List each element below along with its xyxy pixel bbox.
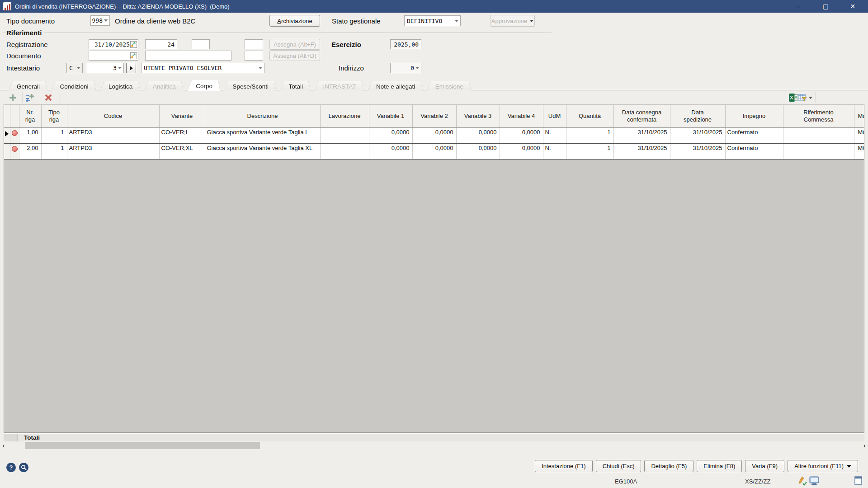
indirizzo-combo[interactable]: 0 [390,63,421,73]
tab-spese-sconti[interactable]: Spese/Sconti [224,81,276,91]
tab-totali[interactable]: Totali [280,81,311,91]
cell-clipped[interactable]: MO [854,143,864,159]
cell-quantita[interactable]: 1 [566,127,613,143]
edit-note-icon[interactable] [798,476,807,487]
col-header-variabile-1[interactable]: Variabile 1 [369,105,412,127]
cell-variabile-4[interactable]: 0,0000 [500,127,543,143]
row-selector-cell[interactable] [4,127,10,143]
cell-nr-riga[interactable]: 2,00 [19,143,41,159]
row-status-cell[interactable] [10,143,19,159]
varia-button[interactable]: Varia (F9) [745,460,784,472]
calendar-icon[interactable] [130,52,137,59]
cell-impegno[interactable]: Confermato [725,127,783,143]
scroll-left-arrow[interactable]: ‹ [0,441,7,450]
col-header-clipped[interactable]: Ma [854,105,864,127]
maximize-button[interactable]: ▢ [816,0,835,13]
horizontal-scrollbar[interactable]: ‹ › [0,441,868,450]
tab-corpo[interactable]: Corpo [187,80,220,91]
archiviazione-button[interactable]: Archiviazione [269,15,320,27]
col-header-data-consegna[interactable]: Data consegna confermata [613,105,670,127]
cell-variabile-1[interactable]: 0,0000 [369,143,412,159]
monitor-icon[interactable] [809,476,820,487]
col-header-lavorazione[interactable]: Lavorazione [320,105,369,127]
search-button[interactable] [19,463,28,472]
cell-variabile-4[interactable]: 0,0000 [500,143,543,159]
documento-extra-field[interactable] [245,51,263,61]
cell-nr-riga[interactable]: 1,00 [19,127,41,143]
grid-filter-icon[interactable] [798,92,812,103]
documento-date-field[interactable] [89,51,138,61]
registrazione-number-field[interactable]: 24 [145,39,177,49]
cell-variante[interactable]: CO-VER;XL [159,143,205,159]
col-header-variabile-3[interactable]: Variabile 3 [456,105,500,127]
cell-data-spedizione[interactable]: 31/10/2025 [670,127,725,143]
col-header-tipo-riga[interactable]: Tipo riga [41,105,67,127]
tab-generali[interactable]: Generali [8,81,47,91]
intestazione-button[interactable]: Intestazione (F1) [535,460,593,472]
tab-emissione[interactable]: Emissione [427,81,471,91]
tab-logistica[interactable]: Logistica [100,81,140,91]
close-button[interactable]: ✕ [844,0,862,13]
cell-variabile-3[interactable]: 0,0000 [456,127,500,143]
documento-number-field[interactable] [145,51,231,61]
cell-riferimento-commessa[interactable] [783,127,854,143]
window-icon[interactable] [854,476,863,486]
cell-data-spedizione[interactable]: 31/10/2025 [670,143,725,159]
cell-variabile-2[interactable]: 0,0000 [412,143,456,159]
cell-variante[interactable]: CO-VER;L [159,127,205,143]
cell-variabile-1[interactable]: 0,0000 [369,127,412,143]
tab-condizioni[interactable]: Condizioni [51,81,96,91]
registrazione-extra-field-2[interactable] [245,39,263,49]
col-header-variabile-2[interactable]: Variabile 2 [412,105,456,127]
cell-udm[interactable]: N. [543,143,566,159]
intestatario-name-combo[interactable]: UTENTE PRIVATO ESOLVER [141,63,264,73]
col-header-row-selector[interactable] [4,105,10,127]
insert-row-icon[interactable] [25,92,36,103]
col-header-riferimento-commessa[interactable]: Riferimento Commessa [783,105,854,127]
cell-quantita[interactable]: 1 [566,143,613,159]
minimize-button[interactable]: – [789,0,807,13]
cell-codice[interactable]: ARTPD3 [67,127,159,143]
scrollbar-thumb[interactable] [25,442,260,449]
cell-lavorazione[interactable] [320,143,369,159]
cell-impegno[interactable]: Confermato [725,143,783,159]
dettaglio-button[interactable]: Dettaglio (F5) [644,460,693,472]
col-header-variabile-4[interactable]: Variabile 4 [500,105,543,127]
cell-data-consegna[interactable]: 31/10/2025 [613,127,670,143]
cell-codice[interactable]: ARTPD3 [67,143,159,159]
delete-row-icon[interactable] [43,92,54,103]
cell-lavorazione[interactable] [320,127,369,143]
intestatario-code-combo[interactable]: 3 [86,63,124,73]
cell-udm[interactable]: N. [543,127,566,143]
chevron-down-icon[interactable] [809,97,812,99]
row-selector-cell[interactable] [4,143,10,159]
col-header-data-spedizione[interactable]: Data spedizione [670,105,725,127]
col-header-variante[interactable]: Variante [159,105,205,127]
col-header-nr-riga[interactable]: Nr. riga [19,105,41,127]
cell-tipo-riga[interactable]: 1 [41,127,67,143]
tipo-documento-combo[interactable]: 998 [90,15,110,26]
registrazione-extra-field[interactable] [192,39,210,49]
assegna-altf-button[interactable]: Assegna (Alt+F) [269,39,320,50]
calendar-icon[interactable] [130,41,137,48]
col-header-row-status[interactable] [10,105,19,127]
row-status-cell[interactable] [10,127,19,143]
stato-gestionale-combo[interactable]: DEFINITIVO [404,15,461,26]
altre-funzioni-button[interactable]: Altre funzioni (F11) [788,460,858,472]
tab-note-allegati[interactable]: Note e allegati [368,81,423,91]
registrazione-date-field[interactable]: 31/10/2025 [89,39,138,49]
cell-riferimento-commessa[interactable] [783,143,854,159]
add-row-icon[interactable] [7,92,18,103]
tab-intrastat[interactable]: INTRASTAT [314,81,363,91]
col-header-quantita[interactable]: Quantità [566,105,613,127]
cell-variabile-2[interactable]: 0,0000 [412,127,456,143]
intestatario-type-combo[interactable]: C [66,63,83,73]
cell-data-consegna[interactable]: 31/10/2025 [613,143,670,159]
cell-clipped[interactable]: MO [854,127,864,143]
chiudi-button[interactable]: Chiudi (Esc) [596,460,642,472]
cell-descrizione[interactable]: Giacca sportiva Variante verde Taglia L [205,127,320,143]
assegna-altd-button[interactable]: Assegna (Alt+D) [269,50,320,61]
approvazione-button[interactable]: Approvazione [490,15,535,27]
col-header-udm[interactable]: UdM [543,105,566,127]
cell-tipo-riga[interactable]: 1 [41,143,67,159]
